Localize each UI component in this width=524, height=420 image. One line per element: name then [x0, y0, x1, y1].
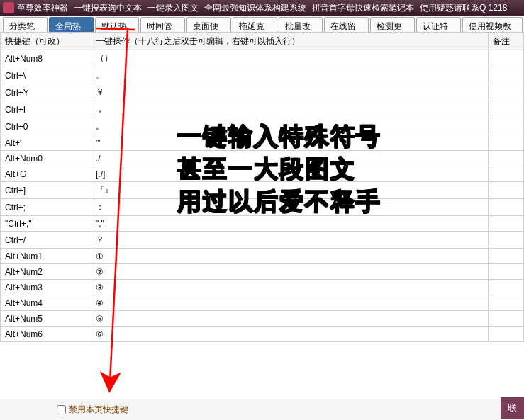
tab-1[interactable]: 全局热键	[49, 17, 94, 32]
cell-remark[interactable]	[489, 101, 524, 118]
menubar: 至尊效率神器 一键搜表选中文本 一键录入图文 全网最强知识体系构建系统 拼音首字…	[0, 0, 524, 16]
table-row[interactable]: Alt+G[./]	[1, 166, 524, 182]
table-row[interactable]: Alt+Num6⑥	[1, 327, 524, 342]
cell-action[interactable]: （）	[91, 50, 489, 67]
table-row[interactable]: Alt+Num8（）	[1, 50, 524, 67]
cell-hotkey[interactable]: Alt+G	[1, 166, 91, 182]
app-title: 至尊效率神器	[17, 2, 68, 14]
table-row[interactable]: Ctrl+]『』	[1, 182, 524, 199]
cell-remark[interactable]	[489, 84, 524, 101]
cell-hotkey[interactable]: "Ctrl+,"	[1, 216, 91, 232]
cell-hotkey[interactable]: Ctrl+\	[1, 67, 91, 84]
cell-remark[interactable]	[489, 249, 524, 264]
tab-0[interactable]: 分类笔记	[3, 17, 48, 32]
app-icon	[3, 2, 14, 13]
hotkey-table-wrap: 快捷键（可改） 一键操作（十八行之后双击可编辑，右键可以插入行） 备注 Alt+…	[0, 33, 524, 342]
col-remark[interactable]: 备注	[489, 33, 524, 50]
tab-7[interactable]: 在线留言	[324, 17, 369, 32]
cell-action[interactable]: ：	[91, 199, 489, 216]
cell-hotkey[interactable]: Ctrl+I	[1, 101, 91, 118]
table-row[interactable]: "Ctrl+,"","	[1, 216, 524, 232]
disable-hotkeys-input[interactable]	[57, 405, 66, 414]
cell-hotkey[interactable]: Ctrl+;	[1, 199, 91, 216]
tab-8[interactable]: 检测更新	[370, 17, 415, 32]
menu-item[interactable]: 使用疑惑请联系Q 1218	[420, 2, 507, 14]
table-row[interactable]: Alt+Num1①	[1, 249, 524, 264]
tab-3[interactable]: 时间管理	[140, 17, 185, 32]
table-row[interactable]: Alt+'""	[1, 135, 524, 151]
cell-remark[interactable]	[489, 232, 524, 249]
cell-remark[interactable]	[489, 118, 524, 135]
cell-action[interactable]: ⑥	[91, 327, 489, 342]
table-row[interactable]: Alt+Num2②	[1, 264, 524, 280]
cell-action[interactable]: ./	[91, 151, 489, 166]
tab-4[interactable]: 桌面便笺	[186, 17, 231, 32]
cell-action[interactable]: 。	[91, 118, 489, 135]
tab-6[interactable]: 批量改名	[279, 17, 323, 32]
table-row[interactable]: Ctrl+;：	[1, 199, 524, 216]
cell-hotkey[interactable]: Alt+Num4	[1, 295, 91, 311]
table-row[interactable]: Ctrl+\、	[1, 67, 524, 84]
cell-action[interactable]: ""	[91, 135, 489, 151]
cell-action[interactable]: 、	[91, 67, 489, 84]
table-row[interactable]: Alt+Num0./	[1, 151, 524, 166]
cell-action[interactable]: ②	[91, 264, 489, 280]
cell-hotkey[interactable]: Ctrl+/	[1, 232, 91, 249]
table-row[interactable]: Ctrl+Y￥	[1, 84, 524, 101]
table-row[interactable]: Ctrl+I，	[1, 101, 524, 118]
cell-hotkey[interactable]: Alt+Num3	[1, 280, 91, 295]
cell-remark[interactable]	[489, 327, 524, 342]
cell-action[interactable]: ③	[91, 280, 489, 295]
tab-10[interactable]: 使用视频教程	[462, 17, 523, 32]
bottom-button[interactable]: 联	[501, 397, 524, 419]
disable-hotkeys-checkbox[interactable]: 禁用本页快捷键	[57, 404, 128, 416]
cell-remark[interactable]	[489, 135, 524, 151]
table-row[interactable]: Ctrl+/？	[1, 232, 524, 249]
cell-hotkey[interactable]: Alt+Num1	[1, 249, 91, 264]
cell-action[interactable]: 『』	[91, 182, 489, 199]
cell-remark[interactable]	[489, 216, 524, 232]
cell-remark[interactable]	[489, 67, 524, 84]
cell-remark[interactable]	[489, 311, 524, 327]
cell-hotkey[interactable]: Alt+Num2	[1, 264, 91, 280]
menu-item[interactable]: 一键搜表选中文本	[74, 2, 142, 14]
cell-action[interactable]: ￥	[91, 84, 489, 101]
cell-remark[interactable]	[489, 151, 524, 166]
cell-remark[interactable]	[489, 264, 524, 280]
cell-remark[interactable]	[489, 50, 524, 67]
cell-remark[interactable]	[489, 199, 524, 216]
menu-item[interactable]: 拼音首字母快速检索笔记本	[312, 2, 414, 14]
cell-action[interactable]: ⑤	[91, 311, 489, 327]
cell-remark[interactable]	[489, 295, 524, 311]
tab-2[interactable]: 默认热键	[95, 17, 140, 32]
table-row[interactable]: Alt+Num3③	[1, 280, 524, 295]
cell-remark[interactable]	[489, 166, 524, 182]
cell-action[interactable]: ④	[91, 295, 489, 311]
col-action[interactable]: 一键操作（十八行之后双击可编辑，右键可以插入行）	[91, 33, 489, 50]
tab-9[interactable]: 认证特权	[416, 17, 461, 32]
hotkey-table: 快捷键（可改） 一键操作（十八行之后双击可编辑，右键可以插入行） 备注 Alt+…	[0, 33, 524, 342]
table-row[interactable]: Alt+Num4④	[1, 295, 524, 311]
cell-action[interactable]: ①	[91, 249, 489, 264]
cell-action[interactable]: ，	[91, 101, 489, 118]
menu-item[interactable]: 全网最强知识体系构建系统	[204, 2, 306, 14]
cell-hotkey[interactable]: Ctrl+0	[1, 118, 91, 135]
cell-hotkey[interactable]: Ctrl+Y	[1, 84, 91, 101]
cell-hotkey[interactable]: Ctrl+]	[1, 182, 91, 199]
col-hotkey[interactable]: 快捷键（可改）	[1, 33, 91, 50]
table-row[interactable]: Ctrl+0。	[1, 118, 524, 135]
cell-action[interactable]: ","	[91, 216, 489, 232]
cell-action[interactable]: ？	[91, 232, 489, 249]
cell-hotkey[interactable]: Alt+Num8	[1, 50, 91, 67]
cell-hotkey[interactable]: Alt+Num5	[1, 311, 91, 327]
menu-item[interactable]: 一键录入图文	[147, 2, 199, 14]
cell-remark[interactable]	[489, 280, 524, 295]
tab-bar: 分类笔记全局热键默认热键时间管理桌面便笺拖延克星批量改名在线留言检测更新认证特权…	[0, 16, 524, 33]
cell-hotkey[interactable]: Alt+Num0	[1, 151, 91, 166]
cell-action[interactable]: [./]	[91, 166, 489, 182]
cell-remark[interactable]	[489, 182, 524, 199]
cell-hotkey[interactable]: Alt+Num6	[1, 327, 91, 342]
tab-5[interactable]: 拖延克星	[233, 17, 277, 32]
cell-hotkey[interactable]: Alt+'	[1, 135, 91, 151]
table-row[interactable]: Alt+Num5⑤	[1, 311, 524, 327]
